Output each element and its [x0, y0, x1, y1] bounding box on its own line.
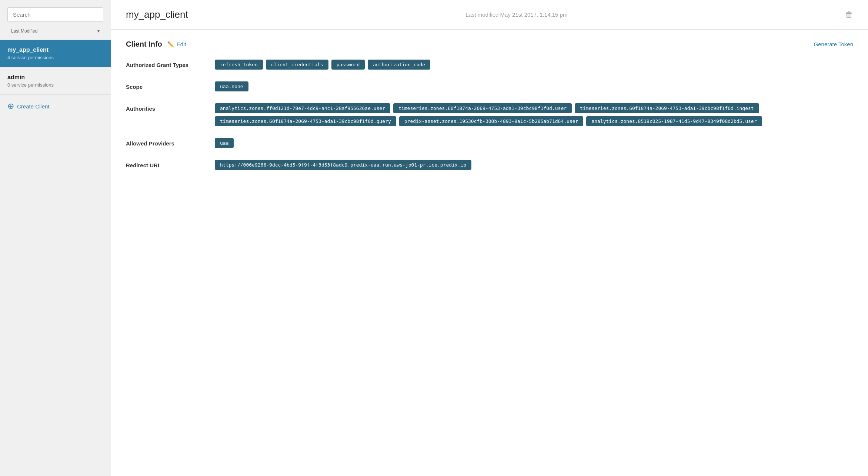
sidebar: Last Modified ▾ my_app_client 4 service … [0, 0, 111, 476]
scope-values: uaa.none [215, 81, 853, 91]
tag: password [331, 60, 365, 70]
section-title: Client Info [126, 40, 162, 48]
tag: refresh_token [215, 60, 263, 70]
main-content: my_app_client Last modified May 21st 201… [111, 0, 868, 476]
sort-dropdown[interactable]: Last Modified ▾ [7, 26, 103, 36]
section-header: Client Info ✏️ Edit Generate Token [126, 40, 853, 48]
sort-label: Last Modified [11, 29, 37, 34]
plus-icon: ⊕ [7, 102, 14, 110]
redirect-uri-values: https://006e9266-9dcc-4bd5-9f9f-4f3d53f8… [215, 160, 853, 170]
field-label: Redirect URI [126, 160, 200, 168]
edit-label: Edit [177, 41, 186, 47]
field-label: Scope [126, 81, 200, 90]
allowed-providers-values: uaa [215, 138, 853, 148]
create-client-label: Create Client [17, 103, 50, 110]
tag: analytics.zones.ff0d121d-78e7-4dc9-a4c1-… [215, 103, 390, 113]
tag: authorization_code [368, 60, 430, 70]
tag: timeseries.zones.60f1874a-2069-4753-ada1… [215, 116, 396, 126]
last-modified-text: Last modified May 21st 2017, 1:14:15 pm [188, 11, 845, 18]
section-title-group: Client Info ✏️ Edit [126, 40, 186, 48]
tag: timeseries.zones.60f1874a-2069-4753-ada1… [393, 103, 572, 113]
pencil-icon: ✏️ [167, 41, 174, 48]
client-permissions: 4 service permissions [7, 55, 103, 60]
tag: uaa.none [215, 81, 248, 91]
tag: https://006e9266-9dcc-4bd5-9f9f-4f3d53f8… [215, 160, 471, 170]
client-name: admin [7, 74, 103, 81]
generate-token-button[interactable]: Generate Token [814, 41, 853, 47]
allowed-providers-field: Allowed Providers uaa [126, 138, 853, 148]
authorized-grant-types-values: refresh_tokenclient_credentialspassworda… [215, 60, 853, 70]
tag: uaa [215, 138, 234, 148]
scope-field: Scope uaa.none [126, 81, 853, 91]
field-label: Authorities [126, 103, 200, 112]
redirect-uri-field: Redirect URI https://006e9266-9dcc-4bd5-… [126, 160, 853, 170]
field-label: Allowed Providers [126, 138, 200, 147]
tag: analytics.zones.8519c025-1987-41d5-9d47-… [586, 116, 762, 126]
page-title: my_app_client [126, 9, 188, 20]
list-item[interactable]: my_app_client 4 service permissions [0, 40, 111, 67]
list-item[interactable]: admin 0 service permissions [0, 67, 111, 95]
search-input[interactable] [7, 7, 103, 22]
edit-button[interactable]: ✏️ Edit [167, 41, 186, 48]
chevron-down-icon: ▾ [97, 29, 100, 34]
delete-button[interactable]: 🗑 [845, 10, 853, 20]
authorized-grant-types-field: Authorized Grant Types refresh_tokenclie… [126, 60, 853, 70]
tag: client_credentials [266, 60, 328, 70]
authorities-field: Authorities analytics.zones.ff0d121d-78e… [126, 103, 853, 126]
tag: timeseries.zones.60f1874a-2069-4753-ada1… [575, 103, 759, 113]
authorities-values: analytics.zones.ff0d121d-78e7-4dc9-a4c1-… [215, 103, 853, 126]
client-list: my_app_client 4 service permissions admi… [0, 40, 111, 95]
main-header: my_app_client Last modified May 21st 201… [111, 0, 868, 30]
tag: predix-asset.zones.19530cfb-300b-4893-8a… [399, 116, 584, 126]
create-client-button[interactable]: ⊕ Create Client [7, 102, 103, 110]
client-permissions: 0 service permissions [7, 82, 103, 88]
client-info-section: Client Info ✏️ Edit Generate Token Autho… [111, 30, 868, 192]
field-label: Authorized Grant Types [126, 60, 200, 68]
client-name: my_app_client [7, 47, 103, 53]
